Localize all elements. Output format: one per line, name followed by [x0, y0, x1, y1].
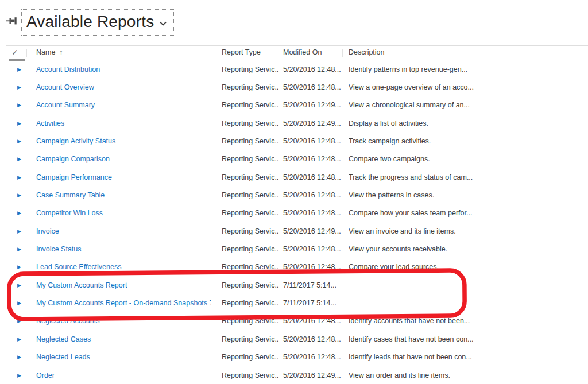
modified-on-cell: 5/20/2016 12:48...	[283, 245, 343, 253]
report-name-link[interactable]: Neglected Leads	[36, 353, 211, 361]
report-name-link[interactable]: Account Distribution	[36, 65, 211, 73]
report-type-cell: Reporting Servic...	[222, 227, 279, 235]
modified-on-cell: 5/20/2016 12:48...	[283, 353, 343, 361]
table-row[interactable]: ▶ Neglected Leads Reporting Servic... 5/…	[6, 348, 588, 366]
report-name-link[interactable]: Invoice	[36, 227, 211, 235]
table-row[interactable]: ▶ My Custom Accounts Report - On-demand …	[6, 294, 588, 312]
table-row[interactable]: ▶ Campaign Performance Reporting Servic.…	[6, 168, 588, 186]
expand-row-icon[interactable]: ▶	[17, 246, 21, 252]
modified-on-cell: 5/20/2016 12:49...	[283, 227, 343, 235]
table-row[interactable]: ▶ Order Reporting Servic... 5/20/2016 12…	[6, 366, 588, 384]
expand-row-icon[interactable]: ▶	[17, 282, 21, 288]
table-row[interactable]: ▶ Campaign Comparison Reporting Servic..…	[6, 150, 588, 168]
report-name-link[interactable]: Campaign Performance	[36, 173, 211, 181]
modified-on-cell: 5/20/2016 12:48...	[283, 173, 343, 181]
description-cell: Identify patterns in top revenue-gen...	[349, 65, 584, 73]
modified-on-cell: 7/11/2017 5:14...	[283, 299, 343, 307]
report-name-link[interactable]: Account Overview	[36, 83, 211, 91]
table-row[interactable]: ▶ Neglected Cases Reporting Servic... 5/…	[6, 330, 588, 348]
report-name-link[interactable]: Lead Source Effectiveness	[36, 263, 211, 271]
expand-row-icon[interactable]: ▶	[17, 264, 21, 270]
report-name-link[interactable]: My Custom Accounts Report	[36, 281, 211, 289]
table-row[interactable]: ▶ Account Distribution Reporting Servic.…	[6, 60, 588, 78]
report-name-link[interactable]: Campaign Activity Status	[36, 137, 211, 145]
description-cell: View a chronological summary of an...	[349, 101, 584, 109]
report-name-link[interactable]: Activities	[36, 119, 211, 127]
report-type-cell: Reporting Servic...	[222, 263, 279, 271]
report-name-link[interactable]: Order	[36, 371, 211, 379]
report-type-cell: Reporting Servic...	[222, 83, 279, 91]
table-row[interactable]: ▶ Invoice Status Reporting Servic... 5/2…	[6, 240, 588, 258]
report-type-cell: Reporting Servic...	[222, 155, 279, 163]
table-row[interactable]: ▶ Neglected Accounts Reporting Servic...…	[6, 312, 588, 330]
table-row[interactable]: ▶ Lead Source Effectiveness Reporting Se…	[6, 258, 588, 276]
table-row[interactable]: ▶ Competitor Win Loss Reporting Servic..…	[6, 204, 588, 222]
column-header-modified-on[interactable]: Modified On	[283, 48, 322, 56]
report-name-link[interactable]: Neglected Cases	[36, 335, 211, 343]
table-row[interactable]: ▶ My Custom Accounts Report Reporting Se…	[6, 276, 588, 294]
report-name-link[interactable]: Invoice Status	[36, 245, 211, 253]
expand-row-icon[interactable]: ▶	[17, 120, 21, 126]
expand-row-icon[interactable]: ▶	[17, 228, 21, 234]
column-separator	[216, 49, 216, 57]
modified-on-cell: 5/20/2016 12:48...	[283, 263, 343, 271]
expand-row-icon[interactable]: ▶	[17, 354, 21, 360]
modified-on-cell: 5/20/2016 12:48...	[283, 83, 343, 91]
grid-body: ▶ Account Distribution Reporting Servic.…	[6, 60, 588, 384]
modified-on-cell: 5/20/2016 12:48...	[283, 317, 343, 325]
select-all-checkmark-icon[interactable]: ✓	[11, 48, 18, 57]
report-name-link[interactable]: My Custom Accounts Report - On-demand Sn…	[36, 299, 211, 307]
description-cell: View your accounts receivable.	[349, 245, 584, 253]
expand-row-icon[interactable]: ▶	[17, 372, 21, 378]
description-cell: Track campaign activities.	[349, 137, 584, 145]
report-type-cell: Reporting Servic...	[222, 137, 279, 145]
table-row[interactable]: ▶ Campaign Activity Status Reporting Ser…	[6, 132, 588, 150]
page-title: Available Reports	[26, 13, 154, 31]
report-name-link[interactable]: Campaign Comparison	[36, 155, 211, 163]
report-type-cell: Reporting Servic...	[222, 317, 279, 325]
expand-row-icon[interactable]: ▶	[17, 66, 21, 72]
modified-on-cell: 5/20/2016 12:48...	[283, 335, 343, 343]
column-header-report-type[interactable]: Report Type	[222, 48, 261, 56]
description-cell: Identify cases that have not been con...	[349, 335, 584, 343]
table-row[interactable]: ▶ Invoice Reporting Servic... 5/20/2016 …	[6, 222, 588, 240]
report-name-link[interactable]: Neglected Accounts	[36, 317, 211, 325]
expand-row-icon[interactable]: ▶	[17, 318, 21, 324]
report-name-link[interactable]: Account Summary	[36, 101, 211, 109]
column-separator	[278, 49, 278, 57]
column-header-name[interactable]: Name↑	[36, 48, 63, 56]
report-name-link[interactable]: Competitor Win Loss	[36, 209, 211, 217]
table-row[interactable]: ▶ Activities Reporting Servic... 5/20/20…	[6, 114, 588, 132]
column-separator	[342, 49, 343, 57]
expand-row-icon[interactable]: ▶	[17, 210, 21, 216]
report-type-cell: Reporting Servic...	[222, 173, 279, 181]
report-type-cell: Reporting Servic...	[222, 245, 279, 253]
report-type-cell: Reporting Servic...	[222, 119, 279, 127]
expand-row-icon[interactable]: ▶	[17, 156, 21, 162]
table-row[interactable]: ▶ Account Overview Reporting Servic... 5…	[6, 78, 588, 96]
description-cell: Identify leads that have not been con...	[349, 353, 584, 361]
expand-row-icon[interactable]: ▶	[17, 84, 21, 90]
table-row[interactable]: ▶ Account Summary Reporting Servic... 5/…	[6, 96, 588, 114]
modified-on-cell: 5/20/2016 12:49...	[283, 119, 343, 127]
modified-on-cell: 5/20/2016 12:48...	[283, 209, 343, 217]
report-name-link[interactable]: Case Summary Table	[36, 191, 211, 199]
description-cell: Compare your lead sources.	[349, 263, 584, 271]
modified-on-cell: 5/20/2016 12:48...	[283, 137, 343, 145]
expand-row-icon[interactable]: ▶	[17, 138, 21, 144]
modified-on-cell: 5/20/2016 12:48...	[283, 191, 343, 199]
pin-icon[interactable]	[6, 16, 18, 26]
table-row[interactable]: ▶ Case Summary Table Reporting Servic...…	[6, 186, 588, 204]
column-header-description[interactable]: Description	[349, 48, 385, 56]
expand-row-icon[interactable]: ▶	[17, 192, 21, 198]
description-cell: Compare two campaigns.	[349, 155, 584, 163]
report-type-cell: Reporting Servic...	[222, 353, 279, 361]
expand-row-icon[interactable]: ▶	[17, 174, 21, 180]
view-selector[interactable]: Available Reports	[21, 9, 174, 36]
report-type-cell: Reporting Servic...	[222, 335, 279, 343]
expand-row-icon[interactable]: ▶	[17, 300, 21, 306]
expand-row-icon[interactable]: ▶	[17, 336, 21, 342]
expand-row-icon[interactable]: ▶	[17, 102, 21, 108]
report-type-cell: Reporting Servic...	[222, 371, 279, 379]
description-cell: Track the progress and status of cam...	[349, 173, 584, 181]
